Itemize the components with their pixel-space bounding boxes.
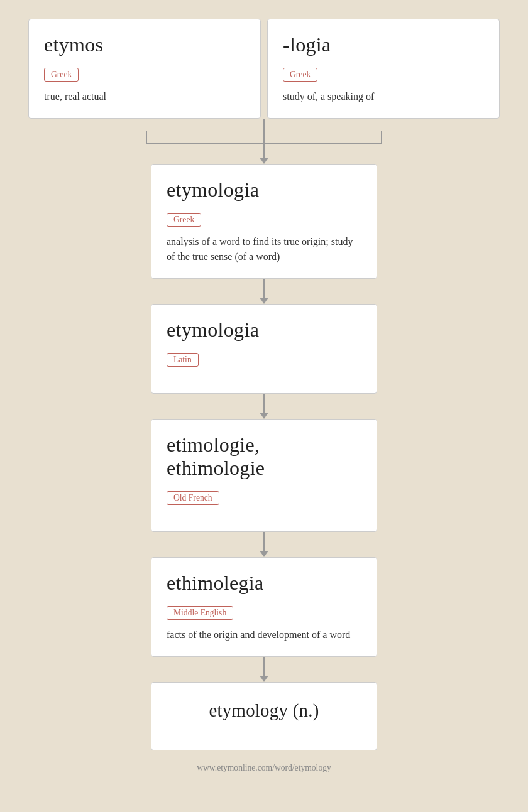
top-connector — [28, 119, 500, 164]
arrow-down-3 — [260, 413, 268, 419]
card-etymos-desc: true, real actual — [44, 89, 245, 104]
top-row: etymos Greek true, real actual -logia Gr… — [13, 19, 515, 119]
card-etimologie-badge: Old French — [167, 491, 219, 505]
flow-section-2: etymologia Latin — [13, 304, 515, 419]
vline-3 — [263, 394, 265, 413]
connector-3 — [260, 394, 268, 419]
card-ethimolegia-badge: Middle English — [167, 606, 233, 620]
card-logia: -logia Greek study of, a speaking of — [267, 19, 500, 119]
connector-2 — [260, 279, 268, 304]
arrow-down-4 — [260, 551, 268, 557]
vline-5 — [263, 657, 265, 676]
card-ethimolegia: ethimolegia Middle English facts of the … — [151, 557, 377, 657]
card-etymologia-greek-desc: analysis of a word to find its true orig… — [167, 234, 361, 264]
card-ethimolegia-desc: facts of the origin and development of a… — [167, 627, 361, 642]
card-etymos: etymos Greek true, real actual — [28, 19, 261, 119]
connector-5 — [260, 657, 268, 682]
card-etymologia-greek-badge: Greek — [167, 213, 201, 227]
card-logia-title: -logia — [283, 33, 484, 57]
card-ethimolegia-title: ethimolegia — [167, 571, 361, 595]
card-etymologia-latin-badge: Latin — [167, 353, 199, 367]
card-etymology-final-title: etymology (n.) — [167, 700, 361, 721]
card-etimologie: etimologie, ethimologie Old French — [151, 419, 377, 532]
connector-4 — [260, 532, 268, 557]
arrow-down-2 — [260, 298, 268, 304]
card-etymologia-latin: etymologia Latin — [151, 304, 377, 394]
vline-2 — [263, 279, 265, 298]
flow-section-3: etimologie, ethimologie Old French — [13, 419, 515, 557]
card-etymologia-greek: etymologia Greek analysis of a word to f… — [151, 164, 377, 279]
card-etymos-badge: Greek — [44, 68, 79, 82]
flow-section-4: ethimolegia Middle English facts of the … — [13, 557, 515, 682]
card-etymologia-greek-title: etymologia — [167, 178, 361, 202]
footer-url: www.etymonline.com/word/etymology — [197, 763, 331, 773]
card-etimologie-title: etimologie, ethimologie — [167, 433, 361, 480]
flow-section-5: etymology (n.) — [13, 682, 515, 750]
card-logia-desc: study of, a speaking of — [283, 89, 484, 104]
arrow-down-1 — [260, 158, 268, 164]
card-etymologia-latin-title: etymologia — [167, 318, 361, 342]
vline-4 — [263, 532, 265, 551]
card-logia-badge: Greek — [283, 68, 317, 82]
arrow-down-5 — [260, 676, 268, 682]
card-etymos-title: etymos — [44, 33, 245, 57]
card-etymology-final: etymology (n.) — [151, 682, 377, 750]
flow-section-1: etymologia Greek analysis of a word to f… — [13, 164, 515, 304]
